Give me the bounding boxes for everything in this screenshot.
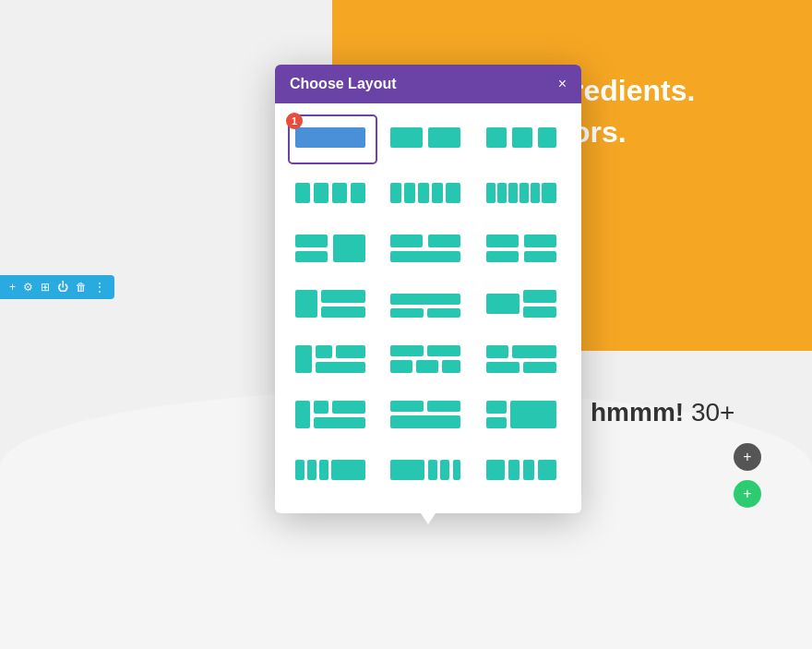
layout-item-1[interactable]: 1 [290, 116, 376, 162]
layout-icon-8 [388, 231, 462, 266]
layout-item-18[interactable] [481, 393, 567, 439]
svg-rect-9 [351, 183, 365, 203]
layout-item-16[interactable] [290, 393, 376, 439]
modal-close-button[interactable]: × [558, 77, 567, 91]
svg-rect-43 [316, 362, 365, 373]
layout-item-10[interactable] [290, 282, 376, 329]
svg-rect-60 [486, 401, 507, 414]
layout-icon-1 [293, 120, 367, 155]
svg-rect-4 [512, 127, 532, 148]
svg-rect-62 [510, 401, 556, 428]
layout-item-2[interactable] [385, 116, 471, 162]
svg-rect-27 [486, 234, 519, 247]
layout-icon-19 [293, 452, 367, 487]
plus-icon[interactable]: + [9, 281, 16, 294]
svg-rect-58 [427, 401, 460, 412]
svg-rect-55 [332, 401, 365, 414]
svg-rect-40 [295, 345, 312, 373]
svg-rect-49 [486, 345, 508, 358]
right-button-1[interactable]: + [734, 443, 761, 471]
layout-item-20[interactable] [385, 449, 471, 495]
svg-rect-3 [486, 127, 507, 148]
trash-icon[interactable]: 🗑 [76, 281, 87, 294]
right-button-2[interactable]: + [734, 480, 761, 508]
svg-rect-56 [314, 417, 365, 428]
svg-rect-48 [442, 360, 460, 373]
svg-rect-26 [390, 251, 460, 262]
power-icon[interactable]: ⏻ [57, 281, 68, 294]
orange-text-bottom: hmmm! 30+ [591, 398, 734, 427]
svg-rect-24 [390, 234, 423, 247]
layout-item-21[interactable] [481, 449, 567, 495]
svg-rect-69 [440, 460, 449, 480]
svg-rect-20 [542, 183, 556, 203]
svg-rect-17 [508, 183, 518, 203]
choose-layout-modal: Choose Layout × 1 [275, 65, 581, 513]
layout-icon-7 [293, 231, 367, 266]
more-icon[interactable]: ⋮ [94, 281, 105, 294]
layout-item-8[interactable] [385, 227, 471, 273]
svg-rect-57 [390, 401, 424, 412]
svg-rect-37 [486, 294, 519, 314]
selected-badge: 1 [286, 113, 303, 129]
svg-rect-65 [319, 460, 328, 480]
layout-item-13[interactable] [290, 338, 376, 384]
layout-icon-10 [293, 286, 367, 321]
layout-icon-5 [388, 175, 462, 210]
layout-item-6[interactable] [481, 172, 567, 218]
layout-item-5[interactable] [385, 172, 471, 218]
layout-item-4[interactable] [290, 172, 376, 218]
svg-rect-39 [523, 306, 556, 318]
svg-rect-59 [390, 415, 460, 428]
svg-rect-50 [512, 345, 556, 358]
svg-rect-35 [390, 308, 424, 318]
svg-rect-73 [523, 460, 534, 480]
layout-item-11[interactable] [385, 282, 471, 329]
copy-icon[interactable]: ⊞ [41, 281, 50, 294]
layout-item-19[interactable] [290, 449, 376, 495]
layout-item-12[interactable] [481, 282, 567, 329]
svg-rect-74 [538, 460, 556, 480]
svg-rect-46 [390, 360, 412, 373]
layout-item-9[interactable] [481, 227, 567, 273]
svg-rect-38 [523, 290, 556, 303]
svg-rect-28 [486, 251, 519, 262]
svg-rect-1 [390, 127, 423, 148]
svg-rect-61 [486, 417, 507, 428]
svg-rect-19 [531, 183, 540, 203]
layout-icon-3 [484, 120, 558, 155]
svg-rect-32 [321, 290, 365, 303]
svg-rect-12 [418, 183, 429, 203]
svg-rect-21 [295, 234, 328, 247]
svg-rect-34 [390, 294, 460, 305]
layout-icon-15 [484, 342, 558, 377]
svg-rect-70 [453, 460, 460, 480]
svg-rect-44 [390, 345, 424, 356]
svg-rect-51 [486, 362, 519, 373]
svg-rect-29 [524, 234, 556, 247]
svg-rect-53 [295, 401, 310, 428]
layout-item-3[interactable] [481, 116, 567, 162]
layout-item-7[interactable] [290, 227, 376, 273]
svg-rect-54 [314, 401, 328, 414]
gear-icon[interactable]: ⚙ [23, 281, 33, 294]
modal-body: 1 [275, 103, 581, 513]
layout-icon-21 [484, 452, 558, 487]
layout-icon-17 [388, 397, 462, 432]
layout-item-14[interactable] [385, 338, 471, 384]
svg-rect-8 [332, 183, 347, 203]
layout-icon-4 [293, 175, 367, 210]
svg-rect-22 [295, 251, 328, 262]
svg-rect-11 [404, 183, 415, 203]
svg-rect-47 [416, 360, 438, 373]
svg-rect-64 [307, 460, 316, 480]
svg-rect-68 [428, 460, 437, 480]
svg-rect-31 [295, 290, 317, 318]
modal-title: Choose Layout [290, 76, 397, 92]
layout-icon-16 [293, 397, 367, 432]
layout-item-17[interactable] [385, 393, 471, 439]
layout-item-15[interactable] [481, 338, 567, 384]
layout-icon-12 [484, 286, 558, 321]
svg-rect-18 [519, 183, 529, 203]
svg-rect-10 [390, 183, 401, 203]
